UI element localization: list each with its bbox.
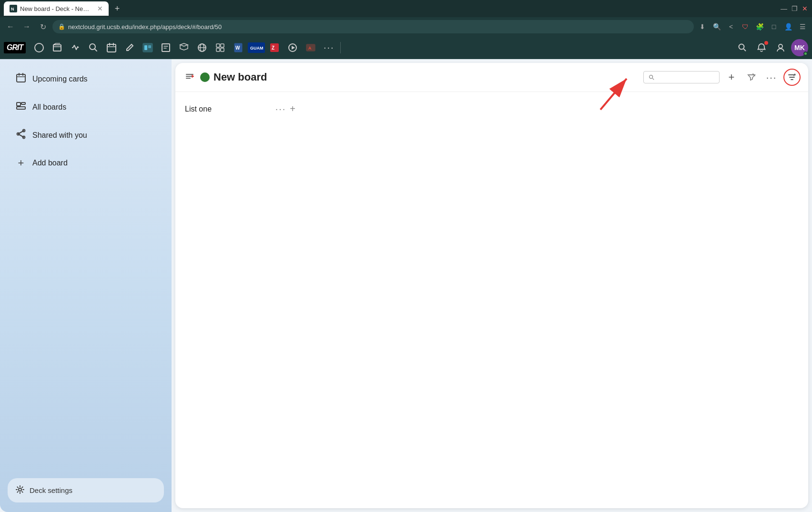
deck-settings-label: Deck settings bbox=[30, 486, 72, 494]
back-button[interactable]: ← bbox=[4, 20, 17, 33]
svg-rect-9 bbox=[162, 44, 170, 51]
nextcloud-icon[interactable]: A bbox=[302, 39, 319, 56]
search-box-icon bbox=[649, 74, 654, 81]
svg-rect-31 bbox=[17, 107, 25, 109]
reload-button[interactable]: ↻ bbox=[36, 20, 50, 33]
address-bar[interactable]: 🔒 nextcloud.grit.ucsb.edu/index.php/apps… bbox=[52, 20, 694, 33]
home-icon[interactable] bbox=[30, 39, 48, 56]
more-options-button[interactable]: ··· bbox=[763, 69, 780, 85]
svg-point-26 bbox=[739, 44, 744, 49]
list-header: List one ··· + bbox=[183, 100, 297, 118]
sidebar-toggle-button[interactable] bbox=[183, 70, 196, 85]
board-header-left: New board bbox=[183, 70, 267, 85]
svg-point-35 bbox=[19, 488, 21, 491]
activity-icon[interactable] bbox=[67, 39, 84, 56]
active-tab[interactable]: N New board - Deck - Nextcloud ✕ bbox=[4, 1, 109, 16]
settings-icon bbox=[15, 485, 25, 496]
boards-sidebar-icon bbox=[15, 101, 27, 113]
download-icon[interactable]: ⬇ bbox=[697, 21, 708, 32]
tab-favicon: N bbox=[10, 5, 17, 12]
zotero-icon[interactable]: Z bbox=[266, 39, 283, 56]
files-icon[interactable] bbox=[49, 39, 66, 56]
global-search-icon[interactable] bbox=[734, 39, 751, 56]
tab-bar: N New board - Deck - Nextcloud ✕ + — ❐ ✕ bbox=[0, 0, 812, 17]
extension-icon[interactable]: □ bbox=[768, 21, 780, 32]
new-tab-button[interactable]: + bbox=[111, 2, 124, 15]
list-more-button[interactable]: ··· bbox=[275, 103, 286, 114]
list-actions: ··· + bbox=[275, 103, 295, 114]
win-minimize-button[interactable]: — bbox=[781, 5, 787, 12]
add-board-icon: + bbox=[15, 157, 27, 169]
board-header: New board + ··· bbox=[175, 63, 808, 92]
svg-text:GUAM: GUAM bbox=[250, 46, 264, 51]
sidebar-item-upcoming-cards[interactable]: Upcoming cards bbox=[4, 66, 168, 92]
sidebar-item-all-boards[interactable]: All boards bbox=[4, 94, 168, 120]
svg-rect-29 bbox=[17, 102, 20, 106]
deck-settings-button[interactable]: Deck settings bbox=[8, 478, 164, 502]
zoom-icon[interactable]: 🔍 bbox=[711, 21, 722, 32]
sidebar-item-shared[interactable]: Shared with you bbox=[4, 122, 168, 148]
search-toolbar-icon[interactable] bbox=[85, 39, 102, 56]
tab-title-text: New board - Deck - Nextcloud bbox=[20, 5, 91, 12]
globe-icon[interactable] bbox=[193, 39, 211, 56]
svg-point-4 bbox=[90, 44, 95, 50]
unfilter-button[interactable] bbox=[743, 69, 760, 85]
guam-icon[interactable]: GUAM bbox=[248, 39, 265, 56]
app-content: Upcoming cards All boards Shared with yo… bbox=[0, 59, 812, 512]
win-maximize-button[interactable]: ❐ bbox=[791, 5, 798, 12]
svg-rect-15 bbox=[221, 48, 224, 51]
svg-rect-28 bbox=[17, 74, 25, 82]
forms-icon[interactable] bbox=[157, 39, 174, 56]
calendar-icon[interactable] bbox=[103, 39, 120, 56]
add-board-label: Add board bbox=[32, 159, 68, 167]
calendar-sidebar-icon bbox=[15, 72, 27, 85]
filter-list-button[interactable] bbox=[783, 69, 801, 86]
svg-text:W: W bbox=[235, 45, 240, 51]
list-title: List one bbox=[185, 105, 212, 113]
deck-icon[interactable] bbox=[139, 39, 156, 56]
svg-text:Z: Z bbox=[272, 45, 274, 51]
svg-rect-30 bbox=[21, 102, 25, 104]
url-text: nextcloud.grit.ucsb.edu/index.php/apps/d… bbox=[68, 23, 688, 31]
main-board-area: New board + ··· bbox=[175, 63, 808, 508]
board-content: List one ··· + bbox=[175, 92, 808, 508]
user-avatar[interactable]: MK bbox=[791, 39, 808, 56]
svg-marker-23 bbox=[292, 46, 295, 50]
play-icon[interactable] bbox=[284, 39, 301, 56]
lock-icon: 🔒 bbox=[58, 23, 65, 30]
board-search-box[interactable] bbox=[643, 71, 720, 83]
svg-rect-7 bbox=[144, 45, 147, 50]
board-search-input[interactable] bbox=[657, 73, 714, 81]
shield-icon[interactable]: 🛡 bbox=[740, 21, 751, 32]
svg-point-27 bbox=[779, 44, 782, 48]
svg-rect-13 bbox=[221, 44, 224, 47]
forward-button[interactable]: → bbox=[20, 20, 33, 33]
tab-close-button[interactable]: ✕ bbox=[97, 5, 103, 12]
edit-icon[interactable] bbox=[121, 39, 138, 56]
more-apps-icon[interactable]: ··· bbox=[320, 39, 337, 56]
grid-icon[interactable] bbox=[212, 39, 229, 56]
contacts-icon[interactable] bbox=[772, 39, 789, 56]
svg-line-38 bbox=[794, 74, 795, 76]
svg-rect-14 bbox=[216, 48, 220, 51]
sidebar-item-add-board[interactable]: + Add board bbox=[4, 150, 168, 176]
grit-logo[interactable]: GRIT bbox=[4, 42, 26, 53]
sidebar-spacer bbox=[0, 177, 172, 474]
svg-point-36 bbox=[650, 75, 653, 79]
list-add-card-button[interactable]: + bbox=[290, 103, 295, 114]
share-sidebar-icon bbox=[15, 129, 27, 142]
add-card-button[interactable]: + bbox=[723, 69, 740, 85]
toolbar-right-group: MK bbox=[734, 39, 808, 56]
share-icon[interactable]: < bbox=[725, 21, 737, 32]
board-title: New board bbox=[213, 71, 267, 83]
notifications-icon[interactable] bbox=[753, 39, 770, 56]
menu-icon[interactable]: ☰ bbox=[797, 21, 808, 32]
svg-rect-12 bbox=[216, 44, 220, 47]
profile-icon[interactable]: 👤 bbox=[782, 21, 794, 32]
upcoming-cards-label: Upcoming cards bbox=[32, 75, 88, 83]
win-close-button[interactable]: ✕ bbox=[802, 5, 808, 12]
puzzle-icon[interactable]: 🧩 bbox=[754, 21, 765, 32]
tables-icon[interactable] bbox=[175, 39, 193, 56]
nav-icon-group: ⬇ 🔍 < 🛡 🧩 □ 👤 ☰ bbox=[697, 21, 808, 32]
word-icon[interactable]: W bbox=[230, 39, 247, 56]
